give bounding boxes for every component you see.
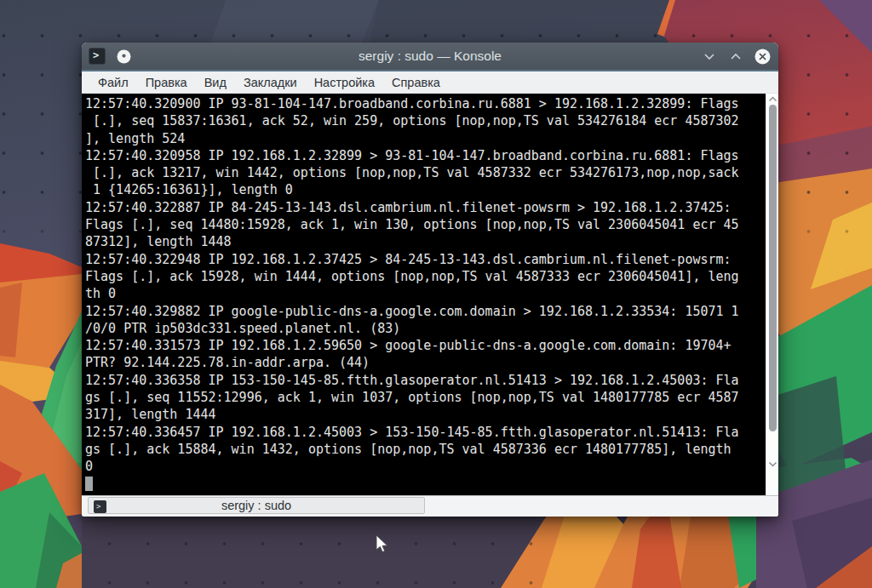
menu-item[interactable]: Вид — [196, 73, 235, 92]
menu-item[interactable]: Правка — [137, 73, 196, 92]
terminal-line: ], length 524 — [85, 130, 766, 147]
terminal-line: 12:57:40.322887 IP 84-245-13-143.dsl.cam… — [85, 199, 766, 216]
terminal-line: 0 — [85, 458, 766, 475]
konsole-window: > sergiy : sudo — Konsole — [82, 43, 778, 517]
minimize-button[interactable] — [700, 47, 719, 66]
terminal-line: 12:57:40.336457 IP 192.168.1.2.45003 > 1… — [85, 424, 766, 441]
menu-bar: Файл Правка Вид Закладки Настройка Справ… — [82, 71, 778, 94]
chevron-up-icon — [730, 53, 742, 60]
terminal-line: 12:57:40.331573 IP 192.168.1.2.59650 > g… — [85, 337, 766, 354]
terminal-line: 87312], length 1448 — [85, 233, 766, 250]
menu-item[interactable]: Справка — [383, 73, 449, 92]
terminal-line: gs [.], ack 15884, win 1432, options [no… — [85, 441, 766, 458]
tab-sergiy-sudo[interactable]: > sergiy : sudo — [88, 497, 425, 514]
menu-item[interactable]: Файл — [89, 73, 137, 92]
terminal-line: 12:57:40.336358 IP 153-150-145-85.ftth.g… — [85, 372, 766, 389]
menu-item[interactable]: Настройка — [306, 73, 383, 92]
terminal-line: 12:57:40.320958 IP 192.168.1.2.32899 > 9… — [85, 147, 766, 164]
pin-window-button[interactable] — [117, 49, 131, 64]
terminal-row: 12:57:40.320900 IP 93-81-104-147.broadba… — [82, 94, 778, 495]
terminal-line: Flags [.], seq 14480:15928, ack 1, win 1… — [85, 216, 766, 233]
terminal-line: /0/0 PTR ip503dc331.speed.planet.nl. (83… — [85, 320, 766, 337]
terminal-output[interactable]: 12:57:40.320900 IP 93-81-104-147.broadba… — [82, 94, 766, 495]
scrollbar-thumb[interactable] — [769, 105, 777, 431]
window-titlebar[interactable]: > sergiy : sudo — Konsole — [82, 43, 778, 70]
tab-label: sergiy : sudo — [221, 499, 291, 512]
scrollbar-up-icon[interactable] — [768, 96, 777, 102]
scrollbar-down-icon[interactable] — [768, 461, 777, 467]
terminal-line: 12:57:40.320900 IP 93-81-104-147.broadba… — [85, 95, 766, 112]
konsole-app-icon[interactable]: > — [89, 48, 106, 65]
window-title: sergiy : sudo — Konsole — [82, 49, 778, 64]
terminal-line: [.], ack 13217, win 1442, options [nop,n… — [85, 164, 766, 181]
desktop: > sergiy : sudo — Konsole — [0, 0, 872, 588]
maximize-button[interactable] — [726, 47, 745, 66]
window-controls — [700, 47, 772, 66]
terminal-line: 12:57:40.329882 IP google-public-dns-a.g… — [85, 303, 766, 320]
terminal-line: PTR? 92.144.225.78.in-addr.arpa. (44) — [85, 354, 766, 371]
terminal-line: Flags [.], ack 15928, win 1444, options … — [85, 268, 766, 285]
menu-item[interactable]: Закладки — [235, 73, 306, 92]
terminal-line: 12:57:40.322948 IP 192.168.1.2.37425 > 8… — [85, 251, 766, 268]
terminal-scrollbar[interactable] — [766, 94, 778, 495]
terminal-line: gs [.], seq 11552:12996, ack 1, win 1037… — [85, 389, 766, 406]
terminal-cursor — [85, 477, 93, 491]
chevron-down-icon — [703, 53, 715, 60]
close-button[interactable] — [753, 47, 772, 66]
tab-bar: > sergiy : sudo — [82, 495, 778, 517]
terminal-line: [.], seq 15837:16361, ack 52, win 259, o… — [85, 112, 766, 129]
terminal-tab-icon: > — [94, 500, 106, 513]
terminal-line: th 0 — [85, 285, 766, 302]
terminal-line: 1 {14265:16361}], length 0 — [85, 181, 766, 198]
close-icon — [754, 49, 771, 65]
terminal-line: 317], length 1444 — [85, 406, 766, 423]
